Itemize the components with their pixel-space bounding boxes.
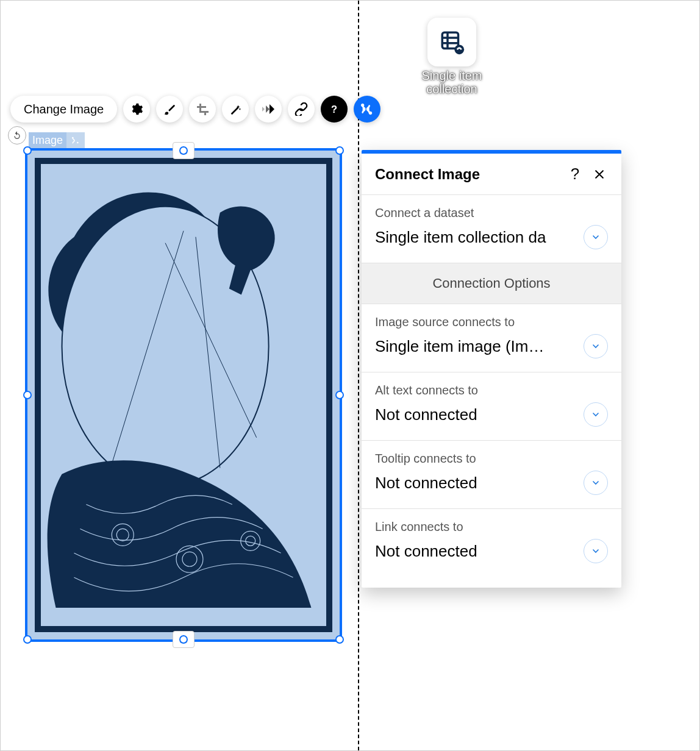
gear-icon bbox=[130, 102, 143, 116]
svg-text:?: ? bbox=[331, 104, 337, 115]
resize-handle[interactable] bbox=[23, 391, 32, 399]
chevron-down-icon bbox=[584, 334, 608, 358]
source-value: Single item image (Im… bbox=[375, 337, 584, 356]
image-preview bbox=[35, 158, 332, 632]
panel-title: Connect Image bbox=[375, 166, 559, 183]
resize-handle[interactable] bbox=[335, 391, 344, 399]
animation-button[interactable] bbox=[255, 96, 282, 123]
svg-point-4 bbox=[454, 44, 464, 54]
resize-handle[interactable] bbox=[179, 146, 188, 155]
resize-handle[interactable] bbox=[23, 635, 32, 644]
link-dropdown[interactable]: Not connected bbox=[375, 539, 608, 563]
chevron-down-icon bbox=[584, 539, 608, 563]
single-item-collection-button[interactable] bbox=[427, 18, 476, 66]
dataset-value: Single item collection da bbox=[375, 228, 584, 247]
panel-help-button[interactable]: ? bbox=[566, 165, 584, 183]
resize-handle[interactable] bbox=[335, 635, 344, 644]
dataset-label: Connect a dataset bbox=[375, 206, 608, 220]
element-label-chip[interactable]: Image bbox=[29, 132, 85, 148]
tooltip-dropdown[interactable]: Not connected bbox=[375, 471, 608, 495]
connect-data-button[interactable] bbox=[354, 96, 380, 123]
brush-icon bbox=[163, 102, 176, 116]
source-dropdown[interactable]: Single item image (Im… bbox=[375, 334, 608, 358]
connect-image-panel: Connect Image ? Connect a dataset Single… bbox=[362, 150, 621, 588]
alt-dropdown[interactable]: Not connected bbox=[375, 402, 608, 427]
tooltip-value: Not connected bbox=[375, 474, 584, 493]
resize-handle[interactable] bbox=[23, 146, 32, 155]
resize-handle[interactable] bbox=[335, 146, 344, 155]
filters-button[interactable] bbox=[222, 96, 249, 123]
image-toolbar: Change Image ? bbox=[10, 96, 380, 123]
svg-rect-0 bbox=[442, 32, 458, 48]
element-label-text: Image bbox=[32, 134, 63, 147]
change-image-button[interactable]: Change Image bbox=[10, 96, 117, 123]
link-icon bbox=[295, 102, 308, 116]
question-icon: ? bbox=[327, 102, 341, 116]
connection-options-heading: Connection Options bbox=[362, 263, 621, 304]
help-button[interactable]: ? bbox=[321, 96, 348, 123]
design-button[interactable] bbox=[156, 96, 183, 123]
svg-point-8 bbox=[72, 137, 74, 139]
selected-image-element[interactable] bbox=[25, 148, 342, 642]
chevron-down-icon bbox=[584, 402, 608, 427]
alt-value: Not connected bbox=[375, 405, 584, 424]
settings-button[interactable] bbox=[123, 96, 150, 123]
link-label: Link connects to bbox=[375, 520, 608, 534]
panel-close-button[interactable] bbox=[591, 168, 608, 180]
link-button[interactable] bbox=[288, 96, 315, 123]
svg-point-9 bbox=[77, 142, 79, 144]
element-connect-icon bbox=[66, 132, 85, 148]
animation-icon bbox=[261, 102, 276, 116]
undo-icon bbox=[12, 130, 22, 140]
resize-handle[interactable] bbox=[179, 635, 188, 644]
dataset-dropdown[interactable]: Single item collection da bbox=[375, 225, 608, 249]
close-icon bbox=[593, 168, 605, 180]
source-label: Image source connects to bbox=[375, 315, 608, 329]
table-icon bbox=[439, 29, 465, 55]
tooltip-label: Tooltip connects to bbox=[375, 452, 608, 466]
alt-label: Alt text connects to bbox=[375, 383, 608, 397]
link-value: Not connected bbox=[375, 542, 584, 561]
reset-button[interactable] bbox=[8, 126, 26, 144]
chevron-down-icon bbox=[584, 471, 608, 495]
connect-icon bbox=[360, 102, 374, 116]
crop-icon bbox=[195, 102, 210, 116]
magic-icon bbox=[229, 102, 242, 116]
single-item-collection-label: Single item collection bbox=[403, 69, 501, 96]
svg-point-6 bbox=[362, 104, 365, 107]
chevron-down-icon bbox=[584, 225, 608, 249]
crop-button[interactable] bbox=[189, 96, 216, 123]
